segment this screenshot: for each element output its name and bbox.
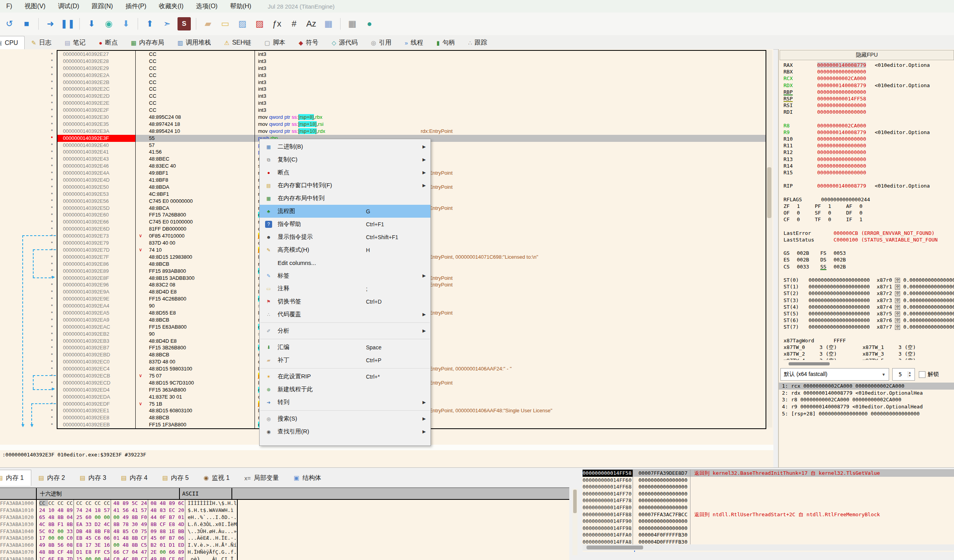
register-line[interactable]: x87TagWordFFFF [779,337,954,344]
disasm-row[interactable]: 0000000140392E2DCCint3 [57,93,766,100]
context-menu-item[interactable]: ●断点▶ [260,166,430,179]
context-menu-item[interactable]: ☻显示指令提示Ctrl+Shift+F1 [260,231,430,243]
row-dot[interactable]: ● [51,367,54,370]
tab-断点[interactable]: ●断点 [92,36,124,49]
tab-跟踪[interactable]: ∴跟踪 [462,36,494,49]
row-dot[interactable]: ● [51,325,54,328]
fx-icon[interactable]: ƒx [270,17,283,30]
context-menu-item[interactable]: ◎搜索(S)▶ [260,412,430,425]
register-line[interactable]: R100000000000000000 [779,136,954,142]
hide-fpu-button[interactable]: 隐藏FPU [780,50,954,60]
row-dot[interactable]: ● [51,52,54,55]
row-dot[interactable]: ● [51,297,54,300]
menu-item-1[interactable]: 视图(V) [18,0,52,13]
tab-线程[interactable]: »线程 [398,36,430,49]
row-dot[interactable]: ● [51,408,54,412]
step-into-icon[interactable]: ⬇ [85,17,98,30]
disasm-row[interactable]: 0000000140392E2BCCint3 [57,79,766,86]
context-menu-item[interactable]: ⧉复制(C)▶ [260,153,430,166]
script-icon[interactable]: S [178,17,191,30]
row-dot[interactable]: ● [51,80,54,83]
scroll-thumb[interactable] [767,167,771,218]
context-menu-item[interactable]: ✎高亮模式(H)H [260,243,430,256]
tab-引用[interactable]: ◎引用 [364,36,398,49]
disasm-row[interactable]: 0000000140392E2ECCint3 [57,100,766,107]
context-menu-item[interactable]: ▦二进制(B)▶ [260,140,430,153]
context-menu-item[interactable]: ♣流程图G [260,205,430,218]
row-dot[interactable]: ● [51,178,54,181]
calculator-icon[interactable]: ▦ [322,17,335,30]
tab-SEH链[interactable]: ⚠SEH链 [217,36,258,49]
row-dot[interactable]: ● [51,290,54,293]
context-menu-item[interactable]: ◉查找引用(R)▶ [260,425,430,438]
stack-row[interactable]: 000000000014FF680000000000000000 [583,483,954,490]
row-dot[interactable]: ● [51,73,54,76]
sword-icon[interactable]: ● [363,17,376,30]
x64dbg-logo-icon[interactable]: ◉ [102,17,115,30]
context-menu-item[interactable]: ✐分析▶ [260,324,430,337]
row-dot[interactable]: ● [51,59,54,62]
argument-count-spinner[interactable]: 5 ▲▼ [892,368,915,381]
context-menu-item[interactable]: ▤在内存窗口中转到(F)▶ [260,179,430,192]
register-line[interactable]: R130000000000000000 [779,156,954,163]
scroll-thumb[interactable] [789,362,830,365]
context-menu-item[interactable]: ⊕新建线程于此 [260,383,430,396]
register-line[interactable]: RDX0000000140008779<010editor.Optiona [779,82,954,89]
row-dot[interactable]: ● [51,360,54,363]
row-dot[interactable]: ● [51,276,54,279]
register-line[interactable]: ST(6)00000000000000000000 x87r6 空0.00000… [779,317,954,324]
register-line[interactable]: ST(5)00000000000000000000 x87r5 空0.00000… [779,310,954,317]
row-dot[interactable]: ● [51,283,54,286]
dock-tab-结构体[interactable]: ▣结构体 [286,470,328,486]
register-line[interactable]: ST(3)00000000000000000000 x87r3 空0.00000… [779,297,954,304]
register-line[interactable]: ST(2)00000000000000000000 x87r2 空0.00000… [779,290,954,297]
row-dot[interactable]: ● [51,304,54,307]
register-line[interactable]: R800000000002CA000 [779,122,954,129]
stack-brush-icon[interactable]: ▨ [236,17,249,30]
dock-tab-局部变量[interactable]: x=局部变量 [237,470,286,486]
memory-map-icon[interactable]: ▦ [346,17,359,30]
register-line[interactable]: R140000000000000000 [779,163,954,169]
row-dot[interactable]: ● [51,381,54,384]
tab-调用堆栈[interactable]: ▥调用堆栈 [171,36,217,49]
menu-item-3[interactable]: 跟踪(N) [86,0,119,13]
register-line[interactable]: R90000000140008779<010editor.Optiona [779,129,954,136]
row-dot[interactable]: ● [51,185,54,188]
dump-row[interactable]: FFA3ABA102065 48 8B 0425 60 00 0000 49 8… [0,514,569,521]
menu-item-7[interactable]: 帮助(H) [224,0,257,13]
disasm-row[interactable]: 0000000140392E28CCint3 [57,58,766,65]
argument-row[interactable]: 4: r9 0000000140008779 <010editor.Option… [779,403,954,410]
stack-row[interactable]: 000000000014FF980000000000000000 [583,525,954,532]
dock-tab-内存 4[interactable]: ▤内存 4 [114,470,155,486]
pause-icon[interactable]: ❚❚ [61,17,74,30]
row-dot[interactable]: ● [51,332,54,335]
row-dot[interactable]: ● [51,234,54,237]
dump-row[interactable]: FFA3ABA1000CC CC CC CCCC CC CC CC48 89 5… [0,500,569,507]
stack-row[interactable]: 000000000014FF8800007FFA3AC7FBCC返回到 ntdl… [583,511,954,518]
dock-tab-内存 3[interactable]: ▤内存 3 [72,470,114,486]
row-dot[interactable]: ● [51,171,54,174]
menu-item-6[interactable]: 选项(O) [190,0,224,13]
dump-row[interactable]: FFA3ABA10801C 6F E8 7D15 00 00 84C0 4C 8… [0,556,569,560]
row-dot[interactable]: ● [51,255,54,258]
register-line[interactable]: LastError000000CB (ERROR_ENVVAR_NOT_FOUN… [779,230,954,236]
disasm-row[interactable]: 0000000140392E3048:895C24 08mov qword pt… [57,114,766,121]
register-line[interactable]: RBP0000000000000000 [779,89,954,95]
register-line[interactable]: RFLAGS0000000000000244 [779,196,954,203]
row-dot[interactable]: ● [51,395,54,398]
register-line[interactable]: x87TW_23 (空)x87TW_33 (空) [779,351,954,357]
row-dot[interactable]: ● [51,220,54,223]
row-dot[interactable]: ● [51,164,54,167]
dump-row[interactable]: FFA3ABA107048 8B CF 48D1 E8 FF C566 C7 0… [0,549,569,556]
run-to-return-icon[interactable]: ⬆ [143,17,156,30]
context-menu-item[interactable]: ▭注释; [260,282,430,295]
register-line[interactable]: x87TW_43 (空)x87TW_53 (空) [779,357,954,360]
registers-hscrollbar[interactable] [779,361,954,366]
run-icon[interactable]: ➜ [44,17,57,30]
patch-icon[interactable]: ▰ [201,17,215,30]
row-dot[interactable]: ● [51,157,54,160]
dock-tab-内存 5[interactable]: ▤内存 5 [155,470,196,486]
row-dot[interactable]: ● [51,150,54,153]
row-dot[interactable]: ● [51,402,54,405]
spinner-buttons[interactable]: ▲▼ [908,371,915,378]
